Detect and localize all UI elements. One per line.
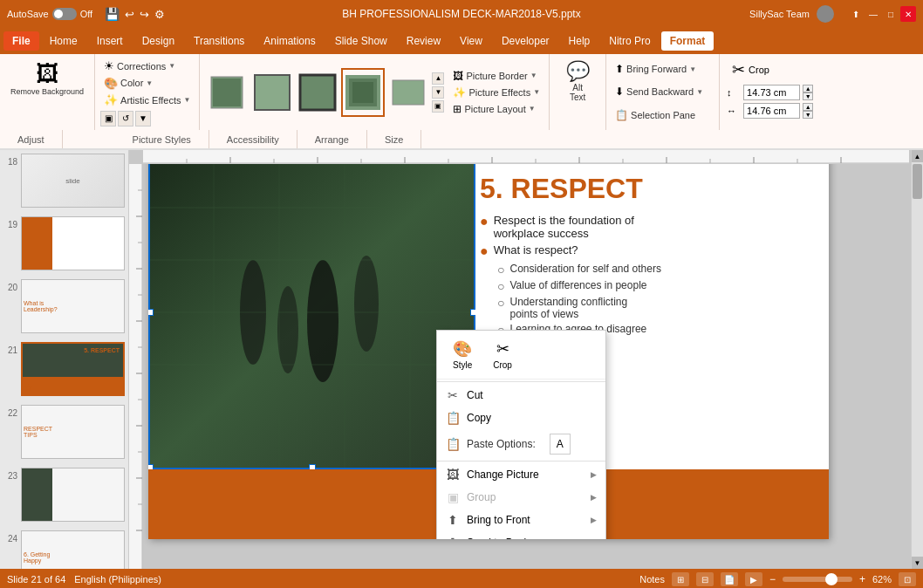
menu-item-review[interactable]: Review — [398, 31, 449, 51]
style-thumb-2[interactable] — [250, 68, 294, 117]
slide-num-22: 22 — [3, 405, 17, 418]
ctx-bring-front[interactable]: ⬆ Bring to Front ▶ — [437, 509, 605, 531]
styles-expand[interactable]: ▣ — [432, 100, 444, 113]
zoom-out-btn[interactable]: − — [769, 573, 776, 585]
main-area: 18 slide 19 20 What isLeadership? 21 — [0, 150, 923, 569]
scrollbar-down-btn[interactable]: ▼ — [912, 557, 923, 569]
picture-styles-thumbs — [205, 68, 430, 117]
ctx-change-picture[interactable]: 🖼 Change Picture ▶ — [437, 463, 605, 486]
menu-item-file[interactable]: File — [3, 31, 39, 51]
width-input[interactable] — [743, 103, 800, 119]
more-adjust-btn[interactable]: ▼ — [135, 111, 151, 126]
zoom-level: 62% — [872, 574, 892, 585]
save-icon[interactable]: 💾 — [105, 7, 120, 21]
style-thumb-3[interactable] — [296, 68, 339, 117]
styles-scroll-up[interactable]: ▲ — [432, 72, 444, 85]
slide-thumb-24[interactable]: 24 6. GettingHappy — [3, 530, 125, 569]
height-down[interactable]: ▼ — [803, 92, 813, 100]
slide-thumb-22[interactable]: 22 RESPECTTIPS — [3, 405, 125, 459]
autosave-state: Off — [80, 9, 92, 19]
menu-item-nitro[interactable]: Nitro Pro — [600, 31, 659, 51]
minimize-btn[interactable]: — — [865, 6, 881, 22]
menu-item-help[interactable]: Help — [560, 31, 599, 51]
slide-thumb-19[interactable]: 19 — [3, 216, 125, 270]
height-input-group: ↕ ▲ ▼ — [727, 85, 813, 100]
send-backward-btn[interactable]: ⬇ Send Backward ▼ — [612, 84, 714, 99]
fit-window-btn[interactable]: ⊡ — [899, 572, 916, 586]
style-thumb-4[interactable] — [341, 68, 385, 117]
language: English (Philippines) — [74, 574, 161, 585]
slide-thumb-23[interactable]: 23 — [3, 468, 125, 522]
styles-scroll-down[interactable]: ▼ — [432, 86, 444, 99]
autosave-toggle[interactable] — [52, 8, 77, 20]
menu-item-slideshow[interactable]: Slide Show — [326, 31, 396, 51]
style-thumb-5[interactable] — [386, 68, 430, 117]
scrollbar-vertical[interactable]: ▲ ▼ — [911, 150, 923, 569]
view-reading-btn[interactable]: 📄 — [721, 572, 738, 586]
selection-pane-btn[interactable]: 📋 Selection Pane — [612, 107, 714, 123]
picture-border-btn[interactable]: 🖼 Picture Border ▼ — [449, 68, 544, 84]
send-backward-label: Send Backward — [626, 86, 694, 97]
maximize-btn[interactable]: □ — [883, 6, 899, 22]
height-input[interactable] — [743, 85, 800, 100]
zoom-in-btn[interactable]: + — [859, 573, 865, 585]
artistic-effects-btn[interactable]: ✨ Artistic Effects ▼ — [100, 92, 194, 108]
ctx-copy[interactable]: 📋 Copy — [437, 407, 605, 429]
close-btn[interactable]: ✕ — [900, 6, 916, 22]
width-input-group: ↔ ▲ ▼ — [727, 103, 813, 119]
compress-btn[interactable]: ▣ — [100, 111, 116, 126]
view-slide-sorter-btn[interactable]: ⊟ — [696, 572, 714, 586]
undo-icon[interactable]: ↩ — [125, 8, 134, 21]
arrange-group: ⬆ Bring Forward ▼ ⬇ Send Backward ▼ 📋 Se… — [606, 54, 720, 130]
autosave-area: AutoSave Off — [7, 8, 92, 20]
picture-layout-btn[interactable]: ⊞ Picture Layout ▼ — [449, 101, 544, 117]
alt-text-btn[interactable]: 💬 AltText — [558, 58, 597, 105]
crop-btn[interactable]: ✂ Crop — [727, 58, 813, 82]
width-up[interactable]: ▲ — [803, 103, 813, 111]
canvas-area: 5. RESPECT ● Respect is the foundation o… — [129, 150, 923, 569]
style-thumb-1[interactable] — [205, 68, 249, 117]
reset-btn[interactable]: ↺ — [118, 111, 133, 126]
ctx-paste[interactable]: 📋 Paste Options: A — [437, 429, 605, 459]
title-right: SillySac Team ⬆ — □ ✕ — [749, 5, 916, 23]
menu-item-animations[interactable]: Animations — [255, 31, 324, 51]
scrollbar-thumb-v[interactable] — [913, 164, 922, 199]
menu-item-home[interactable]: Home — [41, 31, 86, 51]
corrections-btn[interactable]: ☀ Corrections ▼ — [100, 58, 194, 74]
ctx-paste-option-1[interactable]: A — [550, 434, 571, 455]
ctx-group-arrow: ▶ — [591, 493, 597, 502]
menu-item-developer[interactable]: Developer — [493, 31, 558, 51]
slide-panel: 18 slide 19 20 What isLeadership? 21 — [0, 150, 129, 569]
color-btn[interactable]: 🎨 Color ▼ — [100, 75, 194, 92]
redo-icon[interactable]: ↪ — [140, 8, 149, 21]
picture-effects-btn[interactable]: ✨ Picture Effects ▼ — [449, 85, 544, 100]
sub-bullet-3: ○ Understanding conflictingpoints of vie… — [497, 296, 820, 320]
menu-item-insert[interactable]: Insert — [88, 31, 132, 51]
ctx-send-back[interactable]: ⬇ Send to Back ▶ — [437, 531, 605, 539]
menu-item-view[interactable]: View — [451, 31, 491, 51]
bring-forward-btn[interactable]: ⬆ Bring Forward ▼ — [612, 61, 714, 77]
slide-thumb-21[interactable]: 21 5. RESPECT ★ — [3, 342, 125, 396]
settings-icon[interactable]: ⚙ — [154, 8, 165, 21]
menu-item-format[interactable]: Format — [661, 31, 714, 51]
ctx-crop-icon: ✂ — [496, 339, 509, 359]
ctx-crop-btn[interactable]: ✂ Crop — [486, 336, 519, 373]
remove-background-btn[interactable]: 🖼 Remove Background — [5, 58, 89, 99]
ctx-group[interactable]: ▣ Group ▶ — [437, 486, 605, 509]
zoom-slider[interactable] — [783, 577, 852, 582]
slide-thumb-18[interactable]: 18 slide — [3, 154, 125, 208]
slide-thumb-20[interactable]: 20 What isLeadership? — [3, 279, 125, 333]
menu-item-design[interactable]: Design — [133, 31, 183, 51]
view-normal-btn[interactable]: ⊞ — [672, 572, 689, 586]
width-down[interactable]: ▼ — [803, 111, 813, 119]
menu-item-transitions[interactable]: Transitions — [185, 31, 253, 51]
ctx-cut[interactable]: ✂ Cut — [437, 384, 605, 407]
notes-btn[interactable]: Notes — [639, 574, 665, 585]
ribbon-toggle-btn[interactable]: ⬆ — [848, 6, 864, 22]
ctx-style-btn[interactable]: 🎨 Style — [446, 336, 479, 373]
slide-list: 18 slide 19 20 What isLeadership? 21 — [3, 154, 125, 569]
title-bar-left: AutoSave Off 💾 ↩ ↪ ⚙ — [7, 7, 165, 21]
view-slideshow-btn[interactable]: ▶ — [745, 572, 762, 586]
scrollbar-up-btn[interactable]: ▲ — [912, 150, 923, 162]
height-up[interactable]: ▲ — [803, 85, 813, 92]
